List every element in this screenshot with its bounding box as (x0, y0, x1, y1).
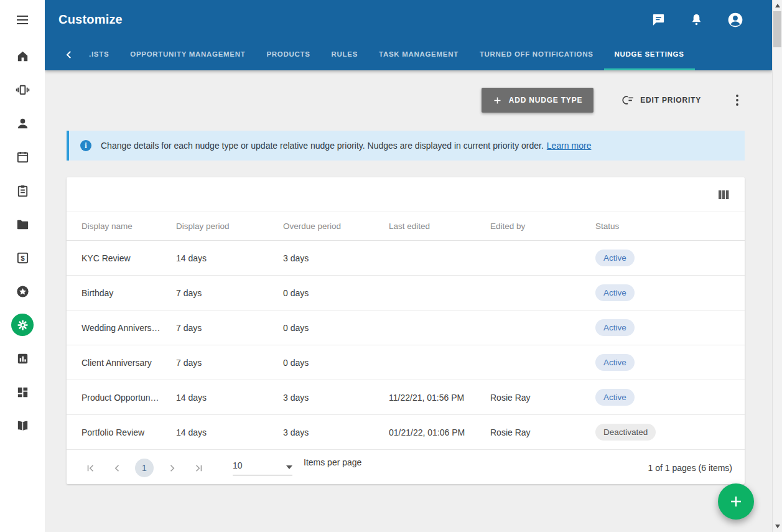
sidebar-item-calendar[interactable] (0, 140, 45, 174)
header-actions (651, 12, 743, 28)
items-per-page-value: 10 (233, 460, 243, 470)
sidebar-item-billing[interactable]: $ (0, 241, 45, 274)
scroll-down-icon[interactable] (773, 521, 782, 531)
sidebar-item-settings[interactable] (0, 308, 45, 342)
items-per-page-label: Items per page (304, 452, 361, 467)
more-options-kebab-icon[interactable] (730, 93, 745, 108)
table-row[interactable]: KYC Review 14 days 3 days Active (67, 241, 745, 276)
table-row[interactable]: Client Anniversary 7 days 0 days Active (67, 345, 745, 380)
settings-active-indicator (11, 314, 34, 336)
last-page-icon[interactable] (190, 459, 207, 477)
tab-task-management[interactable]: TASK MANAGEMENT (368, 39, 469, 70)
sidebar-item-tasks[interactable] (0, 174, 45, 207)
cell-last-edited: 01/21/22, 01:06 PM (389, 427, 490, 437)
book-icon (16, 419, 30, 433)
table-row[interactable]: Birthday 7 days 0 days Active (67, 276, 745, 310)
cell-status: Active (595, 389, 730, 406)
tab-turned-off-notifications[interactable]: TURNED OFF NOTIFICATIONS (469, 39, 604, 70)
cell-display-period: 7 days (176, 358, 283, 368)
app-window: $ Customize (0, 0, 782, 532)
cell-display-period: 7 days (176, 323, 283, 333)
dashboard-icon (16, 385, 30, 399)
scroll-up-icon[interactable] (773, 1, 782, 11)
tab-products[interactable]: PRODUCTS (256, 39, 320, 70)
sidebar-item-reports[interactable] (0, 342, 45, 375)
cell-status: Active (595, 250, 730, 266)
sidebar-item-contacts[interactable] (0, 106, 45, 140)
clipboard-icon (16, 184, 30, 198)
sidebar-item-library[interactable] (0, 409, 45, 442)
pagination-summary: 1 of 1 pages (6 items) (648, 463, 732, 473)
table-header-row: Display name Display period Overdue peri… (67, 212, 745, 241)
cell-overdue-period: 3 days (283, 393, 389, 403)
main-content: ADD NUDGE TYPE EDIT PRIORITY i Change de… (45, 70, 772, 532)
info-icon: i (80, 140, 91, 151)
cell-display-name: Birthday (81, 288, 176, 298)
scrollbar-thumb[interactable] (773, 11, 781, 47)
nudge-toolbar: ADD NUDGE TYPE EDIT PRIORITY (482, 88, 745, 113)
next-page-icon[interactable] (163, 459, 180, 477)
status-badge: Active (595, 319, 635, 336)
items-per-page-select[interactable]: 10 (233, 460, 292, 475)
previous-page-icon[interactable] (108, 459, 126, 477)
edit-priority-button[interactable]: EDIT PRIORITY (618, 93, 705, 107)
sidebar-item-favorites[interactable] (0, 274, 45, 308)
menu-toggle-icon[interactable] (15, 12, 30, 27)
status-badge: Active (595, 250, 635, 266)
column-header-overdue-period[interactable]: Overdue period (283, 222, 389, 231)
table-row[interactable]: Portfolio Review 14 days 3 days 01/21/22… (67, 415, 745, 450)
table-toolbar (67, 177, 745, 212)
column-chooser-icon[interactable] (716, 187, 731, 202)
bar-chart-icon (16, 352, 30, 366)
column-header-edited-by[interactable]: Edited by (490, 222, 595, 231)
cell-display-name: KYC Review (81, 253, 176, 263)
table-row[interactable]: Wedding Annivers… 7 days 0 days Active (67, 310, 745, 345)
tab-nudge-settings[interactable]: NUDGE SETTINGS (604, 39, 695, 70)
cell-display-name: Product Opportun… (81, 393, 176, 403)
status-badge: Active (595, 284, 635, 301)
column-header-display-name[interactable]: Display name (81, 222, 176, 231)
page-number-button[interactable]: 1 (135, 459, 154, 477)
cell-edited-by: Rosie Ray (490, 427, 595, 437)
status-badge: Active (595, 354, 635, 371)
tab-lists[interactable]: .ISTS (78, 39, 119, 70)
settings-tabbar: .ISTS OPPORTUNITY MANAGEMENT PRODUCTS RU… (45, 39, 772, 70)
cell-display-name: Portfolio Review (81, 427, 176, 437)
notifications-bell-icon[interactable] (689, 12, 704, 27)
edit-priority-icon (622, 94, 635, 106)
tab-opportunity-management[interactable]: OPPORTUNITY MANAGEMENT (119, 39, 256, 70)
chevron-down-icon (286, 465, 292, 469)
tabs-scroll-left-icon[interactable] (60, 39, 78, 70)
learn-more-link[interactable]: Learn more (547, 141, 592, 151)
vertical-scrollbar[interactable] (772, 0, 782, 532)
banner-text: Change details for each nudge type or up… (101, 141, 591, 151)
vibration-icon (16, 83, 30, 97)
cell-display-period: 14 days (176, 253, 283, 263)
column-header-display-period[interactable]: Display period (176, 222, 283, 231)
cell-status: Deactivated (595, 424, 730, 441)
sidebar-item-documents[interactable] (0, 207, 45, 241)
column-header-status[interactable]: Status (595, 222, 730, 231)
cell-display-name: Wedding Annivers… (81, 323, 176, 333)
cell-overdue-period: 0 days (283, 358, 389, 368)
chat-icon[interactable] (651, 12, 666, 27)
cell-edited-by: Rosie Ray (490, 393, 595, 403)
first-page-icon[interactable] (81, 459, 99, 477)
add-fab-button[interactable] (718, 483, 754, 520)
status-badge: Deactivated (595, 424, 656, 441)
plus-icon (493, 96, 502, 105)
tab-rules[interactable]: RULES (321, 39, 368, 70)
sidebar-item-dashboard[interactable] (0, 375, 45, 409)
table-row[interactable]: Product Opportun… 14 days 3 days 11/22/2… (67, 380, 745, 415)
folder-icon (16, 217, 30, 231)
cell-overdue-period: 0 days (283, 323, 389, 333)
cell-status: Active (595, 319, 730, 336)
home-icon (16, 49, 30, 63)
account-avatar-icon[interactable] (727, 12, 743, 28)
column-header-last-edited[interactable]: Last edited (389, 222, 490, 231)
add-nudge-type-button[interactable]: ADD NUDGE TYPE (482, 88, 594, 113)
cell-overdue-period: 0 days (283, 288, 389, 298)
sidebar-item-engagement[interactable] (0, 73, 45, 106)
sidebar-item-home[interactable] (0, 39, 45, 73)
cell-display-period: 14 days (176, 393, 283, 403)
